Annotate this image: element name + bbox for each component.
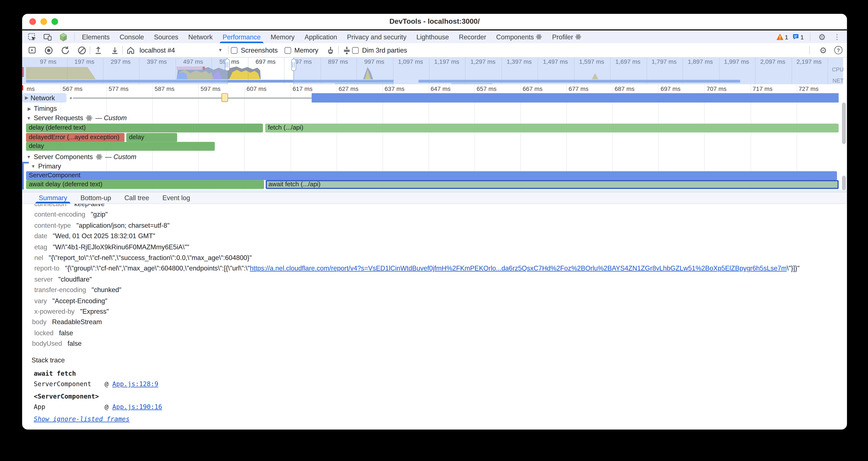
property-key: bodyUsed xyxy=(32,340,62,348)
history-dropdown[interactable]: localhost #4 ▼ xyxy=(140,46,222,54)
flame-chart[interactable]: ▶ Network ▶ Timings ▼ Server Requests xyxy=(22,93,847,192)
panel-icons xyxy=(27,31,68,42)
save-profile-icon[interactable] xyxy=(109,45,120,56)
property-row: vary"Accept-Encoding" xyxy=(22,296,847,307)
extension-gem-icon[interactable] xyxy=(58,31,69,42)
timeline-event-bar[interactable]: delay xyxy=(26,142,215,150)
timeline-event-bar[interactable]: await delay (deferred text) xyxy=(26,180,264,189)
timeline-event-bar[interactable]: delay xyxy=(126,133,177,142)
tab-profiler[interactable]: Profiler xyxy=(547,31,587,44)
frame-function-name: ServerComponent xyxy=(34,379,105,390)
overview-gridline xyxy=(284,58,285,84)
track-row: ServerComponent xyxy=(22,171,847,180)
ruler-gridline xyxy=(106,84,107,93)
ruler-gridline xyxy=(750,84,751,93)
tab-console[interactable]: Console xyxy=(115,31,149,44)
primary-track-row[interactable]: ▼ Primary xyxy=(22,162,847,170)
collapsed-triangle-icon[interactable]: ▶ xyxy=(28,106,31,111)
server-components-header[interactable]: ▼ Server Components — Custom xyxy=(22,153,847,161)
divider xyxy=(90,46,90,54)
tab-performance[interactable]: Performance xyxy=(218,31,266,44)
garbage-collect-icon[interactable] xyxy=(325,45,336,56)
help-icon[interactable]: ? xyxy=(834,46,843,54)
tab-privacy-and-security[interactable]: Privacy and security xyxy=(342,31,411,44)
tab-lighthouse[interactable]: Lighthouse xyxy=(411,31,454,44)
scrollbar-thumb[interactable] xyxy=(842,176,846,190)
track-row: delayedError (...ayed exception)delay xyxy=(22,133,847,142)
details-tab-event-log[interactable]: Event log xyxy=(156,192,197,203)
property-value: "Accept-Encoding" xyxy=(52,297,107,305)
selected-network-request[interactable] xyxy=(221,93,228,102)
ruler-gridline xyxy=(336,84,337,93)
checkbox-box[interactable] xyxy=(231,47,238,54)
selection-left-handle[interactable] xyxy=(224,59,229,71)
selection-right-handle[interactable] xyxy=(291,59,296,71)
network-track-header[interactable]: ▶ Network xyxy=(22,93,66,103)
source-location-link[interactable]: App.js:128:9 xyxy=(112,380,158,388)
details-tab-call-tree[interactable]: Call tree xyxy=(118,192,156,203)
timeline-event-bar[interactable]: fetch (.../api) xyxy=(265,123,839,132)
property-row: bodyReadableStream xyxy=(22,317,847,328)
home-icon[interactable] xyxy=(125,45,136,56)
property-row: etag"W/\"4b1-RjEJloX9kRinu6F0MAZMmy6E5iA… xyxy=(22,242,847,253)
kebab-menu-icon[interactable]: ⋮ xyxy=(832,31,843,42)
report-url-link[interactable]: https://a.nel.cloudflare.com/report/v4?s… xyxy=(250,264,787,272)
screenshots-checkbox[interactable]: Screenshots xyxy=(231,46,278,54)
tab-recorder[interactable]: Recorder xyxy=(454,31,491,44)
atom-icon xyxy=(576,34,582,40)
tab-sources[interactable]: Sources xyxy=(149,31,183,44)
server-components-label: Server Components xyxy=(34,153,93,161)
stack-frame: <ServerComponent> xyxy=(34,391,847,402)
tab-label: Elements xyxy=(82,33,110,40)
load-profile-icon[interactable] xyxy=(92,45,103,56)
dim-3rd-parties-checkbox[interactable]: Dim 3rd parties xyxy=(352,46,407,54)
property-key: transfer-encoding xyxy=(34,286,86,294)
device-toolbar-icon[interactable] xyxy=(42,31,53,42)
tab-components[interactable]: Components xyxy=(491,31,547,44)
inspect-element-icon[interactable] xyxy=(27,31,38,42)
collapse-frames-icon[interactable] xyxy=(341,45,352,56)
source-location-link[interactable]: App.js:190:16 xyxy=(112,403,162,411)
expanded-triangle-icon[interactable]: ▼ xyxy=(27,115,31,120)
dim-3rd-parties-label: Dim 3rd parties xyxy=(362,46,407,54)
record-icon[interactable] xyxy=(43,45,54,56)
expanded-triangle-icon[interactable]: ▼ xyxy=(27,154,31,159)
tab-network[interactable]: Network xyxy=(183,31,218,44)
tab-memory[interactable]: Memory xyxy=(266,31,300,44)
warnings-counter[interactable]: 1 xyxy=(776,31,788,42)
details-tab-bottom-up[interactable]: Bottom-up xyxy=(74,192,118,203)
collapsed-triangle-icon[interactable]: ▶ xyxy=(25,95,28,100)
scrollbar-thumb[interactable] xyxy=(842,103,846,144)
timeline-event-bar[interactable]: await fetch (.../api) xyxy=(266,180,839,189)
show-ignore-listed-frames-link[interactable]: Show ignore-listed frames xyxy=(34,414,130,425)
ruler-gridline xyxy=(60,84,61,93)
network-request-bar[interactable] xyxy=(312,93,839,103)
network-track-row: ▶ Network xyxy=(22,93,847,103)
selected-track-strip xyxy=(22,190,847,192)
checkbox-box[interactable] xyxy=(352,47,359,54)
record-and-reload-icon[interactable] xyxy=(60,45,71,56)
memory-checkbox[interactable]: Memory xyxy=(284,46,318,54)
property-value: "{\"group\":\"cf-nel\",\"max_age\":60480… xyxy=(65,264,250,272)
details-tab-summary[interactable]: Summary xyxy=(32,192,74,203)
ruler-gridline xyxy=(290,84,291,93)
tab-elements[interactable]: Elements xyxy=(77,31,115,44)
timings-track-row[interactable]: ▶ Timings xyxy=(22,105,847,113)
ruler-tick-label: 667 ms xyxy=(523,85,543,92)
atom-icon xyxy=(86,115,92,121)
checkbox-box[interactable] xyxy=(284,47,291,54)
tab-label: Memory xyxy=(271,33,294,40)
expanded-triangle-icon[interactable]: ▼ xyxy=(31,164,35,169)
issues-counter[interactable]: 1 xyxy=(792,31,804,42)
clear-icon[interactable] xyxy=(76,45,88,56)
property-row: lockedfalse xyxy=(22,328,847,339)
timeline-event-bar[interactable]: ServerComponent xyxy=(26,171,837,180)
tab-application[interactable]: Application xyxy=(300,31,342,44)
timeline-event-bar[interactable]: delayedError (...ayed exception) xyxy=(26,133,125,142)
settings-gear-icon[interactable]: ⚙ xyxy=(816,31,828,42)
panel-settings-gear-icon[interactable]: ⚙ xyxy=(817,45,829,56)
timeline-overview[interactable]: 97 ms197 ms297 ms397 ms497 ms597 ms697 m… xyxy=(22,58,847,85)
toggle-sidebar-icon[interactable] xyxy=(27,45,38,56)
server-requests-header[interactable]: ▼ Server Requests — Custom xyxy=(22,114,847,122)
timeline-event-bar[interactable]: delay (deferred text) xyxy=(26,123,263,132)
